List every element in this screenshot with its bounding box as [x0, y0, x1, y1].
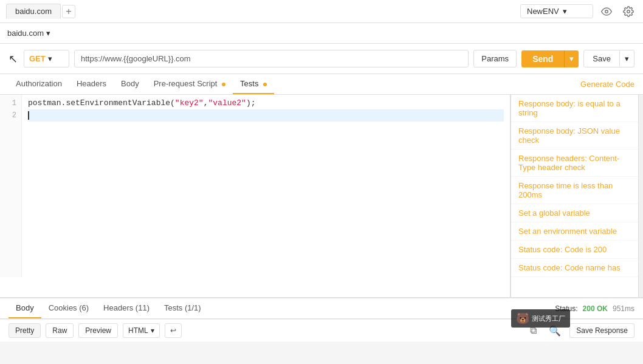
main-content: 1 2 postman.setEnvironmentVariable("key2… [0, 95, 643, 297]
search-icon: 🔍 [549, 326, 561, 336]
save-response-button[interactable]: Save Response [569, 323, 634, 338]
line-numbers: 1 2 [0, 95, 22, 277]
env-dropdown[interactable]: NewENV ▾ [520, 4, 593, 18]
chevron-down-icon: ▾ [151, 326, 154, 335]
tests-dot [263, 83, 267, 86]
send-dropdown-button[interactable]: ▾ [564, 50, 579, 67]
bottom-tab-body[interactable]: Body [9, 298, 41, 318]
pretty-button[interactable]: Pretty [9, 323, 41, 338]
gear-icon-button[interactable] [620, 3, 637, 20]
tab-headers[interactable]: Headers [69, 74, 114, 94]
eye-icon-button[interactable] [598, 3, 615, 20]
scrollbar[interactable] [638, 95, 643, 297]
snippet-response-time[interactable]: Response time is less than 200ms [511, 177, 638, 204]
collection-bar: baidu.com ▾ [0, 23, 643, 44]
snippet-status-code-name[interactable]: Status code: Code name has [511, 259, 638, 277]
svg-point-1 [627, 10, 630, 13]
send-button[interactable]: Send [521, 50, 564, 67]
save-button-group: Save ▾ [583, 50, 634, 67]
svg-point-0 [605, 10, 608, 13]
snippet-response-json-value[interactable]: Response body: JSON value check [511, 122, 638, 149]
snippet-set-environment-variable[interactable]: Set an environment variable [511, 222, 638, 241]
status-time: 951ms [613, 304, 634, 313]
tab-baidu[interactable]: baidu.com [6, 4, 61, 19]
cursor-icon: ↖ [9, 52, 18, 66]
request-bar: ↖ GET ▾ Params Send ▾ Save ▾ [0, 44, 643, 74]
request-tabs-bar: Authorization Headers Body Pre-request S… [0, 74, 643, 95]
bottom-toolbar: Pretty Raw Preview HTML ▾ ↩ ⧉ 🔍 Save Res… [0, 319, 643, 342]
save-button[interactable]: Save [583, 50, 620, 67]
save-dropdown-button[interactable]: ▾ [620, 50, 634, 67]
bottom-panel: Body Cookies (6) Headers (11) Tests (1/1… [0, 297, 643, 342]
bottom-tab-headers[interactable]: Headers (11) [96, 298, 157, 318]
collection-label: baidu.com [7, 29, 44, 38]
wrap-icon: ↩ [170, 326, 176, 335]
wrap-button[interactable]: ↩ [165, 323, 182, 338]
chevron-down-icon: ▾ [48, 54, 52, 63]
chevron-down-icon: ▾ [46, 29, 50, 38]
editor-area[interactable]: 1 2 postman.setEnvironmentVariable("key2… [0, 95, 511, 297]
tab-authorization[interactable]: Authorization [9, 74, 69, 94]
toolbar-right: ⧉ 🔍 Save Response [526, 323, 634, 338]
preview-button[interactable]: Preview [78, 323, 118, 338]
snippet-response-equal-string[interactable]: Response body: is equal to a string [511, 95, 638, 122]
generate-code-link[interactable]: Generate Code [580, 75, 634, 94]
snippet-status-code-200[interactable]: Status code: Code is 200 [511, 241, 638, 259]
raw-button[interactable]: Raw [46, 323, 74, 338]
line-number-1: 1 [5, 97, 16, 109]
status-prefix: Status: [555, 304, 577, 313]
env-selector: NewENV ▾ [520, 3, 637, 20]
pre-request-dot [222, 83, 225, 86]
collection-name[interactable]: baidu.com ▾ [7, 29, 50, 38]
copy-icon: ⧉ [530, 325, 537, 335]
line-number-2: 2 [5, 109, 16, 122]
tab-body[interactable]: Body [114, 74, 146, 94]
chevron-down-icon: ▾ [563, 7, 567, 16]
snippet-response-headers-content-type[interactable]: Response headers: Content-Type header ch… [511, 149, 638, 177]
tab-label: baidu.com [15, 7, 52, 16]
bottom-tab-tests[interactable]: Tests (1/1) [157, 298, 208, 318]
env-name: NewENV [527, 7, 559, 16]
method-label: GET [29, 54, 46, 63]
editor-inner: 1 2 postman.setEnvironmentVariable("key2… [0, 95, 510, 277]
snippet-set-global-variable[interactable]: Set a global variable [511, 204, 638, 222]
status-area: Status: 200 OK 951ms [555, 304, 634, 313]
snippets-panel: Response body: is equal to a string Resp… [511, 95, 638, 297]
params-button[interactable]: Params [473, 50, 517, 67]
bottom-tab-cookies[interactable]: Cookies (6) [41, 298, 96, 318]
text-cursor [28, 111, 29, 120]
top-bar: baidu.com + NewENV ▾ [0, 0, 643, 23]
status-ok: 200 OK [583, 304, 608, 313]
tab-tests[interactable]: Tests [233, 74, 274, 94]
code-content[interactable]: postman.setEnvironmentVariable("key2", "… [22, 95, 510, 277]
code-line-2 [28, 109, 504, 122]
format-select[interactable]: HTML ▾ [123, 323, 160, 338]
method-select[interactable]: GET ▾ [24, 50, 69, 67]
tab-pre-request-script[interactable]: Pre-request Script [146, 74, 233, 94]
send-button-group: Send ▾ [521, 50, 579, 67]
bottom-tabs-bar: Body Cookies (6) Headers (11) Tests (1/1… [0, 298, 643, 319]
search-button[interactable]: 🔍 [545, 324, 565, 338]
url-input[interactable] [74, 50, 469, 67]
code-line-1: postman.setEnvironmentVariable("key2", "… [28, 97, 504, 109]
copy-button[interactable]: ⧉ [526, 324, 540, 337]
tab-add-button[interactable]: + [62, 5, 75, 18]
